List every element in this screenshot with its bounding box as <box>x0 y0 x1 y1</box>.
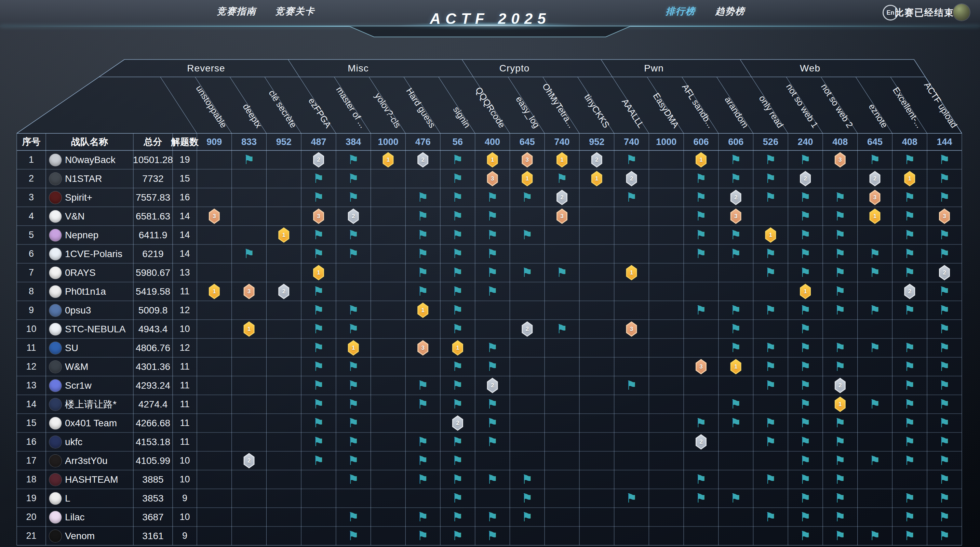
table-row[interactable]: 11SU4806.7612⚑131⚑⚑⚑⚑⚑⚑⚑⚑ <box>17 339 962 357</box>
challenge-name-band: unstoppabledeeptxclé secrèteezFPGAmaster… <box>0 77 980 134</box>
table-row[interactable]: 21Venom31619⚑⚑⚑⚑⚑⚑⚑⚑⚑ <box>17 526 962 545</box>
challenge-label: AFL sandb... <box>679 82 716 130</box>
table-row[interactable]: 70RAYS5980.67131⚑⚑⚑⚑⚑1⚑⚑⚑⚑⚑2 <box>17 263 962 282</box>
solved-flag-icon: ⚑ <box>869 265 881 281</box>
team-solved-count: 11 <box>173 433 197 451</box>
team-avatar <box>49 436 62 448</box>
team-rank: 4 <box>17 207 46 226</box>
team-solved-count: 11 <box>173 357 197 376</box>
table-row[interactable]: 90psu35009.812⚑⚑1⚑⚑⚑⚑⚑⚑⚑⚑⚑ <box>17 301 962 320</box>
silver-medal-icon: 2 <box>278 284 290 299</box>
bronze-medal-icon: 3 <box>521 152 533 167</box>
table-row[interactable]: 12W&M4301.3611⚑⚑⚑⚑31⚑⚑⚑⚑⚑ <box>17 357 962 376</box>
solved-flag-icon: ⚑ <box>348 434 359 450</box>
table-row[interactable]: 3Spirit+7557.8316⚑⚑⚑⚑⚑⚑2⚑⚑2⚑⚑⚑3⚑⚑ <box>17 188 962 207</box>
team-avatar <box>49 173 62 185</box>
challenge-points: 400 <box>485 134 500 150</box>
table-row[interactable]: 4V&N6581.6314332⚑⚑⚑3⚑3⚑⚑1⚑3 <box>17 207 962 226</box>
solved-flag-icon: ⚑ <box>904 265 915 281</box>
team-score: 4943.4 <box>133 320 173 339</box>
team-name: Spirit+ <box>65 188 92 207</box>
solved-flag-icon: ⚑ <box>904 453 915 469</box>
team-solved-count: 9 <box>173 489 197 508</box>
table-row[interactable]: 13Scr1w4293.2411⚑⚑⚑⚑2⚑⚑⚑2⚑⚑ <box>17 376 962 395</box>
solved-flag-icon: ⚑ <box>730 396 741 413</box>
table-row[interactable]: 17Arr3stY0u4105.99102⚑⚑⚑⚑⚑⚑⚑⚑⚑ <box>17 451 962 470</box>
gold-medal-icon: 1 <box>800 284 811 299</box>
solved-flag-icon: ⚑ <box>765 377 776 394</box>
solved-flag-icon: ⚑ <box>904 246 915 262</box>
solved-flag-icon: ⚑ <box>313 302 324 319</box>
table-row[interactable]: 10STC-NEBULA4943.4101⚑⚑⚑2⚑3⚑⚑⚑ <box>17 320 962 339</box>
table-row[interactable]: 14楼上请让路*4274.411⚑⚑⚑⚑⚑⚑⚑1⚑⚑⚑ <box>17 395 962 413</box>
table-row[interactable]: 18HASHTEAM388510⚑⚑⚑⚑⚑⚑⚑⚑⚑⚑ <box>17 470 962 489</box>
table-row[interactable]: 20Lilac368710⚑⚑⚑⚑⚑⚑⚑⚑⚑⚑ <box>17 508 962 526</box>
team-score: 3687 <box>133 508 173 526</box>
column-header-rank: 序号 <box>17 134 46 150</box>
solved-flag-icon: ⚑ <box>730 246 741 262</box>
solved-flag-icon: ⚑ <box>487 208 498 224</box>
bronze-medal-icon: 3 <box>417 340 429 356</box>
solved-flag-icon: ⚑ <box>452 265 463 281</box>
table-row[interactable]: 8Ph0t1n1a5419.5811132⚑⚑⚑⚑1⚑2⚑ <box>17 282 962 301</box>
solved-flag-icon: ⚑ <box>452 471 463 488</box>
solved-flag-icon: ⚑ <box>695 189 706 206</box>
challenge-label: signin <box>451 105 473 130</box>
solved-flag-icon: ⚑ <box>869 302 881 319</box>
solved-flag-icon: ⚑ <box>939 227 950 243</box>
solved-flag-icon: ⚑ <box>939 396 950 413</box>
team-rank: 6 <box>17 245 46 263</box>
team-avatar <box>49 530 62 542</box>
solved-flag-icon: ⚑ <box>417 208 429 224</box>
nav-item-trend[interactable]: 趋势榜 <box>716 0 745 22</box>
solved-flag-icon: ⚑ <box>834 471 846 488</box>
challenge-points: 645 <box>867 134 883 150</box>
challenge-label: easy_log <box>514 94 542 130</box>
bronze-medal-icon: 3 <box>730 208 742 224</box>
nav-item-guide[interactable]: 竞赛指南 <box>217 0 256 22</box>
solved-flag-icon: ⚑ <box>730 340 741 356</box>
solved-flag-icon: ⚑ <box>452 189 463 206</box>
bronze-medal-icon: 3 <box>834 152 846 167</box>
table-row[interactable]: 5Nepnep6411.9141⚑⚑⚑⚑⚑⚑⚑⚑1⚑⚑⚑⚑ <box>17 226 962 245</box>
nav-item-levels[interactable]: 竞赛关卡 <box>275 0 315 22</box>
team-solved-count: 13 <box>173 263 197 282</box>
team-solved-count: 19 <box>173 150 197 169</box>
solved-flag-icon: ⚑ <box>834 509 846 525</box>
solved-flag-icon: ⚑ <box>904 434 915 450</box>
table-row[interactable]: 150x401 Team4266.6811⚑⚑2⚑⚑⚑⚑⚑⚑⚑⚑ <box>17 413 962 433</box>
solved-flag-icon: ⚑ <box>522 509 533 525</box>
table-row[interactable]: 61CVE-Polaris621914⚑⚑⚑⚑⚑⚑⚑⚑⚑⚑⚑⚑⚑⚑ <box>17 245 962 263</box>
solved-flag-icon: ⚑ <box>834 415 846 431</box>
nav-item-ranking[interactable]: 排行榜 <box>666 0 695 22</box>
solved-flag-icon: ⚑ <box>904 396 915 413</box>
table-row[interactable]: 1N0wayBack10501.2819⚑2⚑12⚑1312⚑1⚑⚑⚑3⚑⚑⚑ <box>17 150 962 169</box>
gold-medal-icon: 1 <box>834 397 846 412</box>
user-avatar[interactable] <box>953 4 970 21</box>
table-row[interactable]: 16ukfc4153.1811⚑⚑⚑⚑⚑2⚑⚑⚑⚑⚑ <box>17 433 962 451</box>
bronze-medal-icon: 3 <box>556 208 568 224</box>
team-avatar <box>49 323 62 336</box>
silver-medal-icon: 2 <box>313 152 325 167</box>
challenge-points: 645 <box>520 134 535 150</box>
challenge-label: ACTF upload <box>922 80 959 130</box>
solved-flag-icon: ⚑ <box>348 189 359 206</box>
table-row[interactable]: 19L38539⚑⚑⚑⚑⚑⚑⚑⚑⚑ <box>17 489 962 508</box>
solved-flag-icon: ⚑ <box>313 453 324 469</box>
table-row[interactable]: 2N1STAR773215⚑⚑⚑31⚑12⚑⚑⚑221⚑ <box>17 169 962 188</box>
team-score: 7557.83 <box>133 188 173 207</box>
team-avatar <box>49 511 62 523</box>
solved-flag-icon: ⚑ <box>800 528 811 544</box>
silver-medal-icon: 2 <box>521 321 533 337</box>
solved-flag-icon: ⚑ <box>487 396 498 413</box>
solved-flag-icon: ⚑ <box>800 265 811 281</box>
solved-flag-icon: ⚑ <box>800 227 811 243</box>
team-score: 6219 <box>133 245 173 263</box>
solved-flag-icon: ⚑ <box>452 302 463 319</box>
team-avatar <box>49 267 62 279</box>
team-solved-count: 10 <box>173 470 197 489</box>
solved-flag-icon: ⚑ <box>765 189 776 206</box>
team-solved-count: 10 <box>173 508 197 526</box>
solved-flag-icon: ⚑ <box>939 170 950 187</box>
solved-flag-icon: ⚑ <box>904 415 915 431</box>
